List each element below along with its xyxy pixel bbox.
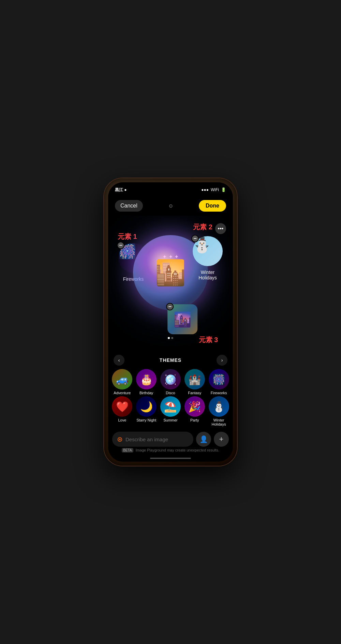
beta-disclaimer-text: Image Playground may create unexpected r… xyxy=(136,448,219,452)
element-2-label: 元素 2 xyxy=(193,223,212,232)
theme-starry-label: Starry Night xyxy=(136,418,156,422)
theme-disco-circle: 🪩 xyxy=(160,369,181,389)
element-3-container: − 🌆 元素 3 xyxy=(167,304,197,334)
element-1-label: 元素 1 xyxy=(118,232,137,241)
phone-frame: 黒江 ● ●●● WiFi 🔋 Cancel ⊙ Done 元素 1 − xyxy=(104,178,237,466)
themes-title: THEMES xyxy=(160,357,181,363)
theme-fantasy-circle: 🏰 xyxy=(184,369,205,389)
theme-disco-label: Disco xyxy=(166,391,175,395)
canvas-area: 元素 1 − 🎆 Fireworks 🏙️ ✦ ✦ ✦ xyxy=(108,216,233,351)
describe-image-placeholder: Describe an image xyxy=(125,436,168,442)
status-right: ●●● WiFi 🔋 xyxy=(201,187,226,192)
status-time: 黒江 ● xyxy=(115,187,127,193)
theme-summer-label: Summer xyxy=(163,418,178,422)
top-bar: Cancel ⊙ Done xyxy=(108,197,233,216)
describe-image-input[interactable]: ⊛ Describe an image xyxy=(112,432,193,447)
element-2-name: Winter Holidays xyxy=(193,270,223,280)
status-bar: 黒江 ● ●●● WiFi 🔋 xyxy=(108,182,233,197)
theme-love[interactable]: ❤️ Love xyxy=(111,396,134,426)
themes-section: ‹ THEMES › 🚙 Adventure 🎂 Birthday xyxy=(108,351,233,429)
status-center: ⊙ xyxy=(169,203,173,209)
theme-party[interactable]: 🎉 Party xyxy=(183,396,206,426)
theme-summer-circle: ⛱️ xyxy=(160,396,181,417)
more-options-button[interactable]: ••• xyxy=(215,223,226,234)
theme-adventure-label: Adventure xyxy=(114,391,131,395)
theme-winter-label: Winter Holidays xyxy=(212,418,226,426)
themes-next-button[interactable]: › xyxy=(217,355,227,366)
beta-disclaimer: BETA Image Playground may create unexpec… xyxy=(112,447,229,453)
themes-prev-button[interactable]: ‹ xyxy=(114,355,124,366)
input-row: ⊛ Describe an image 👤 + xyxy=(112,432,229,447)
cancel-button[interactable]: Cancel xyxy=(115,200,143,212)
dot-1 xyxy=(168,337,170,339)
theme-birthday[interactable]: 🎂 Birthday xyxy=(135,369,158,395)
plus-icon: + xyxy=(219,435,224,444)
dot-2 xyxy=(171,337,173,339)
theme-love-label: Love xyxy=(118,418,126,422)
element-1-remove[interactable]: − xyxy=(117,242,124,249)
element-3-remove[interactable]: − xyxy=(166,303,174,310)
phone-screen: 黒江 ● ●●● WiFi 🔋 Cancel ⊙ Done 元素 1 − xyxy=(108,182,233,462)
done-button[interactable]: Done xyxy=(199,200,226,212)
person-icon: 👤 xyxy=(199,435,208,443)
home-bar xyxy=(150,458,191,459)
element-2-header: 元素 2 ••• xyxy=(193,223,226,234)
element-2-container: − ⛄ Winter Holidays xyxy=(193,236,223,280)
theme-starry-night[interactable]: 🌙 Starry Night xyxy=(135,396,158,426)
theme-fantasy[interactable]: 🏰 Fantasy xyxy=(183,369,206,395)
element-2-wrapper: − ⛄ xyxy=(193,236,223,266)
theme-fantasy-label: Fantasy xyxy=(188,391,201,395)
element-3-label: 元素 3 xyxy=(199,335,218,344)
theme-party-label: Party xyxy=(190,418,199,422)
theme-adventure[interactable]: 🚙 Adventure xyxy=(111,369,134,395)
theme-adventure-circle: 🚙 xyxy=(112,369,132,389)
bottom-bar: ⊛ Describe an image 👤 + BETA Image Playg… xyxy=(108,429,233,455)
theme-starry-circle: 🌙 xyxy=(136,396,157,417)
theme-birthday-label: Birthday xyxy=(139,391,153,395)
themes-header: ‹ THEMES › xyxy=(108,351,233,369)
theme-fireworks-circle: 🎆 xyxy=(209,369,229,389)
theme-disco[interactable]: 🪩 Disco xyxy=(159,369,182,395)
image-input-icon: ⊛ xyxy=(117,435,123,443)
theme-winter-circle: ⛄ xyxy=(209,396,229,417)
theme-summer[interactable]: ⛱️ Summer xyxy=(159,396,182,426)
theme-winter-holidays[interactable]: ⛄ Winter Holidays xyxy=(207,396,230,426)
theme-party-circle: 🎉 xyxy=(184,396,205,417)
status-icon: ⊙ xyxy=(169,203,173,209)
theme-fireworks[interactable]: 🎆 Fireworks xyxy=(207,369,230,395)
person-button[interactable]: 👤 xyxy=(196,432,211,447)
theme-birthday-circle: 🎂 xyxy=(136,369,157,389)
beta-badge: BETA xyxy=(122,448,133,453)
theme-fireworks-label: Fireworks xyxy=(211,391,227,395)
pagination-dots xyxy=(168,337,173,339)
element-3-wrapper: − 🌆 xyxy=(167,304,197,334)
themes-grid: 🚙 Adventure 🎂 Birthday 🪩 Disco xyxy=(108,369,233,426)
element-2-remove[interactable]: − xyxy=(191,235,199,242)
home-indicator xyxy=(108,455,233,462)
add-button[interactable]: + xyxy=(214,432,229,447)
theme-love-circle: ❤️ xyxy=(112,396,132,417)
